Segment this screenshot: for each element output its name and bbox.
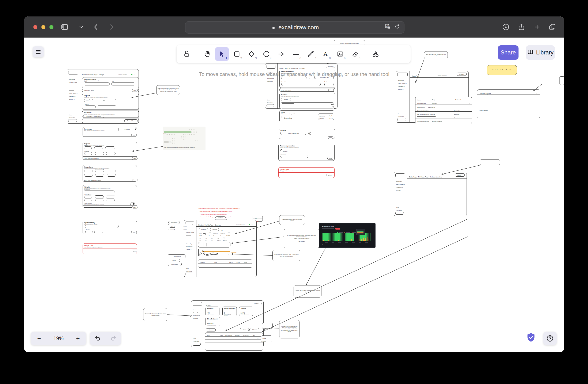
wireframe-button[interactable]: Save	[131, 231, 137, 233]
tool-shapes[interactable]	[369, 47, 382, 61]
wireframe-text: ⋯	[469, 103, 470, 104]
new-tab-icon[interactable]	[533, 23, 541, 31]
annotation-note[interactable]: when creating a new monitor, only show t…	[156, 85, 180, 95]
wireframe-card[interactable]	[83, 142, 137, 160]
wireframe-box	[84, 82, 110, 85]
reload-icon[interactable]	[394, 24, 400, 31]
wireframe-button[interactable]: Switch Views	[168, 263, 182, 266]
chart-bar-operational	[336, 233, 337, 241]
wireframe-button[interactable]: Save	[328, 89, 334, 91]
wireframe-text: Learn more about regions	[84, 158, 99, 159]
wireframe-text: P99 ⇅	[244, 262, 247, 264]
wireframe-button[interactable]: Monitors	[281, 98, 291, 101]
tool-selection[interactable]: 1	[215, 47, 229, 61]
wireframe-button[interactable]: Test and Save	[125, 119, 138, 122]
address-bar[interactable]: excalidraw.com A	[185, 21, 404, 34]
wireframe-button[interactable]: Search	[206, 328, 216, 331]
undo-button[interactable]	[94, 334, 102, 343]
tab-overview-icon[interactable]	[548, 23, 556, 31]
wireframe-text: > Status Report Y	[479, 110, 489, 111]
zoom-out-button[interactable]: −	[36, 335, 43, 342]
tool-rectangle[interactable]: 2	[230, 47, 244, 61]
download-icon[interactable]	[502, 23, 510, 31]
wireframe-button[interactable]: Save	[131, 134, 137, 136]
chart-bar-operational	[334, 233, 335, 241]
tool-draw[interactable]: 7	[304, 47, 317, 61]
share-icon[interactable]	[517, 23, 525, 31]
wf-sidebar-item: Docs	[396, 207, 399, 209]
tool-diamond[interactable]: 3	[245, 47, 258, 61]
wireframe-button[interactable]: Incidents	[215, 216, 226, 219]
annotation-note[interactable]: Area Chart with Download, DNS,.. aggrega…	[273, 250, 300, 261]
wireframe-button[interactable]: Save	[132, 89, 138, 92]
wireframe-button[interactable]: Add Status Code Assertion	[83, 115, 104, 118]
translate-icon[interactable]: A	[384, 23, 391, 32]
redo-button[interactable]	[109, 334, 117, 343]
tool-arrow[interactable]: 5	[274, 47, 288, 61]
tool-text[interactable]: A8	[319, 47, 332, 61]
wf-breadcrumb: Status Page	[412, 76, 419, 77]
sticky-note[interactable]: How to deal with Status Reports?	[487, 65, 517, 75]
help-button[interactable]	[543, 332, 557, 345]
sidebar-toggle-icon[interactable]	[60, 23, 69, 31]
wf-sidebar-item: Integrations	[396, 187, 402, 188]
main-menu-button[interactable]	[33, 46, 44, 58]
tool-eraser[interactable]: 0	[348, 47, 362, 61]
wireframe-text: P99	[223, 238, 225, 239]
wireframe-button[interactable]: Save	[132, 157, 138, 160]
fullscreen-button[interactable]	[49, 25, 53, 29]
wireframe-button[interactable]: status.mxkaske.dev	[280, 132, 306, 135]
wireframe-text: 2800ms	[207, 323, 213, 324]
library-button[interactable]: Library	[526, 45, 555, 60]
wireframe-button[interactable]: Filters	[240, 328, 249, 331]
wireframe-button[interactable]: Delete	[327, 174, 333, 176]
zoom-level[interactable]: 19%	[53, 335, 63, 341]
card-title: Slow Endpoint	[207, 318, 218, 320]
minimize-button[interactable]	[42, 25, 45, 29]
sidebar-chevron-icon[interactable]	[79, 24, 84, 30]
wf-bottom-box	[397, 118, 406, 121]
wireframe-text: Fails	[209, 232, 211, 233]
wf-header-button[interactable]: Create +	[252, 302, 261, 305]
wf-sidebar-item: Settings >	[267, 81, 273, 82]
tool-lock[interactable]	[180, 47, 193, 61]
wireframe-button[interactable]: https	[92, 99, 116, 102]
wf-header-button[interactable]: Monitoring	[326, 65, 336, 68]
wireframe-button[interactable]: Timerange	[199, 228, 208, 231]
wf-upstream-downtime[interactable]	[394, 172, 467, 216]
annotation-note[interactable]: Values aggregated over ALL selected regi…	[279, 215, 305, 225]
wireframe-button[interactable]: GET	[84, 99, 90, 102]
wireframe-button[interactable]: Save	[132, 179, 138, 181]
tool-hand[interactable]	[200, 47, 214, 61]
excalidraw-canvas[interactable]: Monitor > Portfolio Page > Settingslast …	[24, 38, 564, 352]
wireframe-button[interactable]: Save	[327, 157, 333, 160]
annotation-note[interactable]: Bar Chart sharing the 'operational', 'de…	[284, 229, 319, 248]
wf-header-button[interactable]: Create +	[457, 73, 466, 76]
tool-ellipse[interactable]: 4	[260, 47, 273, 61]
forward-button[interactable]	[107, 23, 115, 31]
wireframe-button[interactable]: Columns	[250, 328, 259, 331]
wireframe-button[interactable]: Locations	[210, 228, 219, 231]
wf-header-button[interactable]: Update +	[455, 173, 465, 177]
annotation-note[interactable]: Consider moving the percentiles here fro…	[279, 320, 299, 338]
back-button[interactable]	[92, 23, 100, 31]
wireframe-button[interactable]: ◯ Monitor Kinds	[168, 254, 186, 258]
card-subtitle: How often do you want to ping your endpo…	[84, 130, 105, 131]
tool-line[interactable]: 6	[289, 47, 303, 61]
timeline-bar	[210, 243, 210, 247]
chart-bar-operational	[340, 233, 341, 241]
wireframe-button[interactable]: Account	[168, 259, 180, 262]
wireframe-button[interactable]: Save	[328, 136, 333, 139]
close-button[interactable]	[33, 25, 37, 29]
wireframe-text: across all monitors	[241, 315, 249, 316]
wireframe-button[interactable]: Delete	[132, 250, 138, 252]
tool-image[interactable]: 9	[334, 47, 347, 61]
annotation-note[interactable]: I tend to say it's same as the Bar Chart…	[294, 285, 321, 297]
share-button[interactable]: Share	[498, 45, 519, 60]
wireframe-button[interactable]: 10 minutes	[118, 128, 136, 131]
wireframe-button[interactable]: Workspaces	[168, 221, 180, 224]
annotation-note[interactable]: Add cards, e.g. last status report with …	[424, 51, 448, 59]
wireframe-button[interactable]: Save	[132, 206, 138, 209]
zoom-in-button[interactable]: +	[74, 335, 82, 342]
annotation-note[interactable]: These cards take too much visual space -…	[143, 308, 167, 321]
